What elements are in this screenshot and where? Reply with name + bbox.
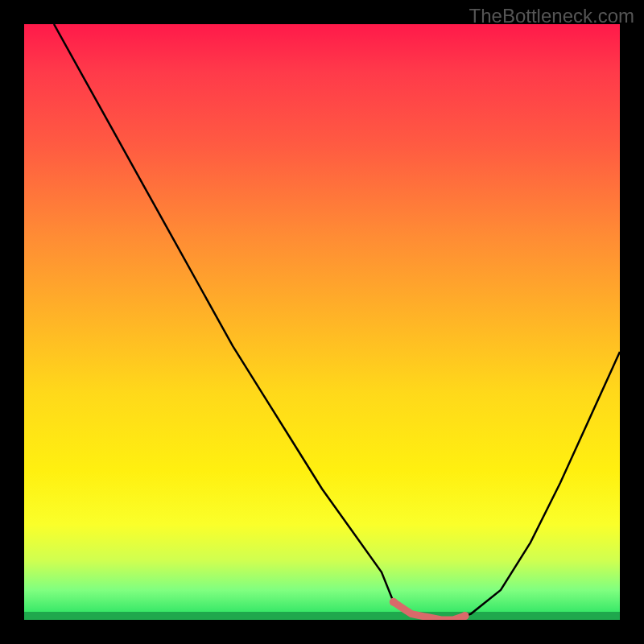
- bottleneck-curve-line: [54, 24, 620, 620]
- highlight-segment: [394, 602, 465, 620]
- chart-plot-area: [24, 24, 620, 620]
- highlight-dot-right: [461, 612, 469, 620]
- chart-svg: [24, 24, 620, 620]
- highlight-dot-left: [390, 598, 398, 606]
- watermark-text: TheBottleneck.com: [469, 5, 634, 27]
